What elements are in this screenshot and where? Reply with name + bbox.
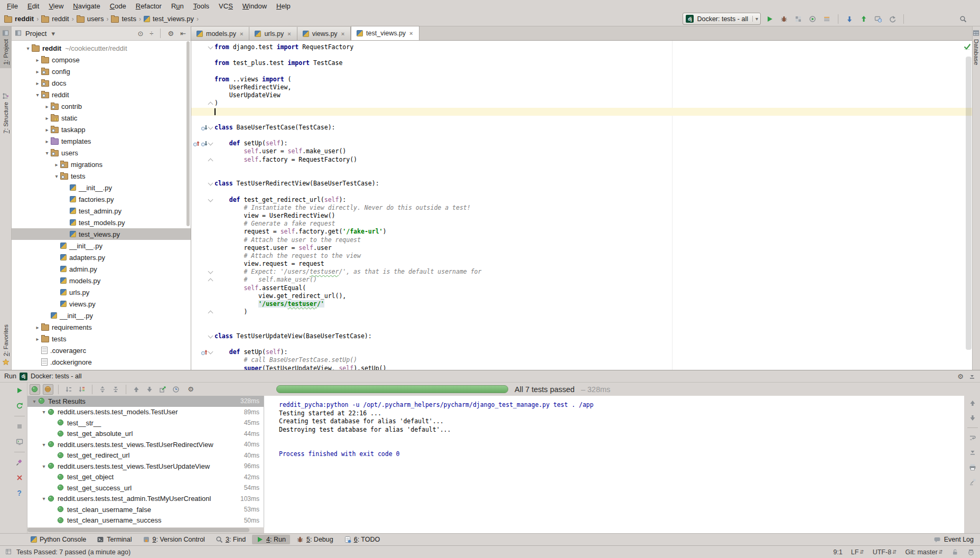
code-line[interactable]: ) <box>191 99 972 107</box>
tool-tab-database[interactable]: Database <box>973 26 980 65</box>
prev-occurrence-button[interactable] <box>967 398 978 408</box>
previous-test-button[interactable] <box>131 384 142 395</box>
tree-item-views-py[interactable]: views.py <box>12 298 191 310</box>
test-row-test-clean-username-false[interactable]: test_clean_username_false53ms <box>27 504 264 515</box>
fold-marker[interactable] <box>208 181 213 186</box>
tree-expand-icon[interactable]: ▸ <box>53 162 60 168</box>
tree-item--coveragerc[interactable]: .coveragerc <box>12 345 191 356</box>
fold-marker[interactable] <box>208 311 213 316</box>
breadcrumb-item[interactable]: reddit <box>4 15 34 23</box>
code-line[interactable]: # Instantiate the view directly. Never d… <box>191 204 972 212</box>
next-occurrence-button[interactable] <box>967 413 978 423</box>
code-line[interactable] <box>191 68 972 76</box>
local-history-button[interactable] <box>873 14 883 24</box>
tab-close-icon[interactable]: × <box>239 31 244 37</box>
code-line[interactable] <box>191 164 972 172</box>
overridden-icon[interactable] <box>201 124 208 132</box>
fold-marker[interactable] <box>208 44 213 50</box>
tree-item-migrations[interactable]: ▸migrations <box>12 159 191 170</box>
search-everywhere-icon[interactable] <box>958 14 968 24</box>
editor-tab-urls-py[interactable]: urls.py× <box>249 27 297 40</box>
tree-item-compose[interactable]: ▸compose <box>12 54 191 66</box>
tree-item-static[interactable]: ▸static <box>12 112 191 124</box>
test-row-test-get-object[interactable]: test_get_object42ms <box>27 472 264 483</box>
tree-collapse-icon[interactable]: ▾ <box>43 150 51 156</box>
profiler-button[interactable] <box>807 14 818 24</box>
overridden-icon[interactable] <box>201 140 208 147</box>
tab-close-icon[interactable]: × <box>409 30 413 36</box>
expand-all-button[interactable] <box>97 384 108 395</box>
editor-tab-models-py[interactable]: models.py× <box>191 27 249 40</box>
tree-item--init-py[interactable]: __init__.py <box>12 310 191 321</box>
code-line[interactable] <box>191 172 972 180</box>
tool-tab-favorites[interactable]: 2: Favorites <box>0 321 12 369</box>
code-line[interactable] <box>191 324 972 332</box>
tree-item-contrib[interactable]: ▸contrib <box>12 100 191 112</box>
code-line[interactable]: def setUp(self): <box>191 348 972 356</box>
run-console[interactable]: reddit_pycha:python -u /opt/.pycharm_hel… <box>264 396 964 533</box>
locate-file-icon[interactable]: ⊙ <box>136 30 145 38</box>
collapse-all-icon[interactable]: ÷ <box>148 30 155 38</box>
status-utf-8[interactable]: UTF-8⇵ <box>873 548 897 556</box>
rerun-failed-tests-button[interactable] <box>14 401 25 411</box>
toolwindow-button--find[interactable]: 3: Find <box>211 535 250 544</box>
code-line[interactable]: class BaseUserTestCase(TestCase): <box>191 124 972 132</box>
pin-tab-icon[interactable] <box>14 457 25 468</box>
tree-collapse-icon[interactable]: ▾ <box>24 45 32 51</box>
hector-icon[interactable] <box>967 548 975 556</box>
code-line[interactable]: request.user = self.user <box>191 244 972 252</box>
code-line[interactable]: UserUpdateView <box>191 91 972 99</box>
tree-item-templates[interactable]: ▸templates <box>12 135 191 147</box>
tree-item-admin-py[interactable]: admin.py <box>12 263 191 275</box>
export-test-results-button[interactable] <box>157 384 168 395</box>
code-line[interactable]: super(TestUserUpdateView, self).setUp() <box>191 365 972 370</box>
editor-scrollbar[interactable] <box>966 57 972 350</box>
tree-item-docs[interactable]: ▸docs <box>12 77 191 89</box>
code-line[interactable] <box>191 108 972 116</box>
menu-help[interactable]: Help <box>272 2 295 11</box>
code-line[interactable]: from ..views import ( <box>191 76 972 83</box>
code-line[interactable]: def test_get_redirect_url(self): <box>191 196 972 204</box>
tree-item--init-py[interactable]: __init__.py <box>12 240 191 252</box>
chevron-down-icon[interactable]: ▾ <box>50 30 57 38</box>
code-line[interactable]: # call BaseUserTestCase.setUp() <box>191 356 972 364</box>
tree-item--init-py[interactable]: __init__.py <box>12 182 191 193</box>
show-passed-toggle[interactable] <box>30 384 40 395</box>
inspection-ok-icon[interactable] <box>963 42 970 50</box>
scroll-to-end-button[interactable] <box>967 447 978 458</box>
collapse-all-button[interactable] <box>110 384 121 395</box>
editor-tab-test-views-py[interactable]: test_views.py× <box>351 26 419 40</box>
editor-tab-views-py[interactable]: views.py× <box>297 27 351 40</box>
tree-item-requirements[interactable]: ▸requirements <box>12 321 191 333</box>
code-line[interactable]: self.assertEqual( <box>191 284 972 292</box>
code-line[interactable]: class TestUserUpdateView(BaseUserTestCas… <box>191 332 972 340</box>
menu-run[interactable]: Run <box>166 2 189 11</box>
dump-threads-button[interactable] <box>822 14 832 24</box>
code-line[interactable] <box>191 340 972 348</box>
tree-expand-icon[interactable]: ▸ <box>43 138 51 144</box>
toolwindow-button-python-console[interactable]: Python Console <box>26 535 90 544</box>
test-row-Test-Results[interactable]: ▾Test Results328ms <box>27 396 264 407</box>
toolwindow-button--debug[interactable]: 5: Debug <box>292 535 338 544</box>
tree-expand-icon[interactable]: ▸ <box>34 69 41 75</box>
gear-icon[interactable]: ⚙ <box>184 384 198 395</box>
vcs-commit-button[interactable] <box>858 14 869 24</box>
tree-item-test-models-py[interactable]: test_models.py <box>12 217 191 228</box>
tree-item-factories-py[interactable]: factories.py <box>12 193 191 205</box>
fold-marker[interactable] <box>208 141 213 146</box>
show-ignored-toggle[interactable] <box>43 384 53 395</box>
vcs-update-button[interactable] <box>844 14 855 24</box>
test-row-test-get-absolute-url[interactable]: test_get_absolute_url44ms <box>27 429 264 440</box>
code-line[interactable]: view = UserRedirectView() <box>191 212 972 220</box>
code-line[interactable] <box>191 51 972 59</box>
status-git-master[interactable]: Git: master⇵ <box>905 548 943 556</box>
code-line[interactable]: from test_plus.test import TestCase <box>191 59 972 67</box>
tree-expand-icon[interactable]: ▸ <box>34 57 41 63</box>
code-line[interactable]: self.user = self.make_user() <box>191 147 972 155</box>
code-line[interactable] <box>191 132 972 140</box>
fold-marker[interactable] <box>208 269 213 274</box>
run-configuration-select[interactable]: dj Docker: tests - all ▾ <box>683 13 761 25</box>
test-row-reddit-users-tests-test-models-TestUser[interactable]: ▾reddit.users.tests.test_models.TestUser… <box>27 407 264 418</box>
toolwindow-button--version-control[interactable]: 9: Version Control <box>138 535 209 544</box>
tree-collapse-icon[interactable]: ▾ <box>40 442 48 448</box>
